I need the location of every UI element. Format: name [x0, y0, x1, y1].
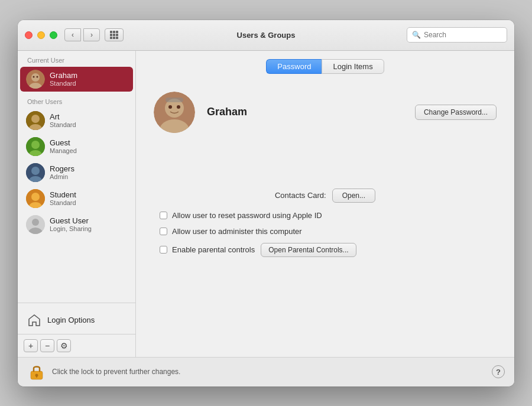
- avatar-guest: [26, 137, 45, 156]
- user-name-art: Art: [50, 112, 76, 121]
- lock-status-text: Click the lock to prevent further change…: [52, 368, 492, 376]
- checkbox-administer-label: Allow user to administer this computer: [172, 227, 302, 236]
- sidebar-item-guest[interactable]: Guest Managed: [20, 134, 133, 159]
- sidebar-divider: [18, 303, 135, 303]
- selected-user-name: Graham: [207, 106, 415, 118]
- help-button[interactable]: ?: [492, 365, 505, 378]
- svg-point-23: [168, 105, 172, 109]
- parental-controls-label: Enable parental controls: [172, 245, 255, 254]
- avatar-student: [26, 189, 45, 208]
- svg-point-12: [31, 167, 40, 175]
- sidebar-item-rogers[interactable]: Rogers Admin: [20, 160, 133, 185]
- search-box[interactable]: 🔍: [407, 27, 507, 43]
- content-panel: Graham Change Password... Contacts Card:…: [136, 80, 514, 357]
- svg-point-3: [33, 76, 35, 77]
- current-user-label: Current User: [18, 51, 135, 66]
- back-button[interactable]: ‹: [64, 28, 81, 41]
- user-info-student: Student Standard: [50, 190, 76, 206]
- change-password-button[interactable]: Change Password...: [415, 105, 497, 120]
- traffic-lights: [25, 31, 57, 39]
- user-role-art: Standard: [50, 121, 76, 128]
- user-name-graham: Graham: [50, 71, 77, 80]
- sidebar-item-art[interactable]: Art Standard: [20, 108, 133, 133]
- window-title: Users & Groups: [237, 31, 296, 40]
- add-user-button[interactable]: +: [24, 339, 38, 352]
- selected-user-avatar: [154, 92, 195, 133]
- other-users-label: Other Users: [18, 92, 135, 108]
- sidebar-item-student[interactable]: Student Standard: [20, 186, 133, 211]
- lock-icon: [30, 363, 44, 381]
- user-header: Graham Change Password...: [154, 92, 497, 133]
- contacts-card-label: Contacts Card:: [275, 191, 326, 200]
- checkbox-administer[interactable]: [160, 228, 167, 235]
- svg-point-6: [31, 115, 40, 123]
- user-name-guestuser: Guest User: [50, 216, 92, 225]
- svg-point-15: [31, 193, 40, 201]
- user-role-rogers: Admin: [50, 173, 74, 180]
- forward-button[interactable]: ›: [83, 28, 100, 41]
- tab-bar: Password Login Items: [136, 51, 514, 80]
- main-window: ‹ › Users & Groups 🔍 Current User: [18, 20, 514, 386]
- svg-point-18: [32, 219, 39, 226]
- sidebar: Current User Graham Standard: [18, 51, 136, 357]
- svg-point-1: [31, 73, 40, 82]
- tab-password[interactable]: Password: [266, 59, 322, 74]
- close-button[interactable]: [25, 31, 33, 39]
- open-contacts-button[interactable]: Open...: [332, 189, 375, 203]
- parental-controls-row: Enable parental controls Open Parental C…: [154, 243, 497, 257]
- checkbox-parental[interactable]: [160, 246, 167, 254]
- login-options-label: Login Options: [47, 316, 95, 324]
- sidebar-item-guestuser[interactable]: Guest User Login, Sharing: [20, 212, 133, 237]
- svg-point-9: [31, 141, 40, 149]
- lock-button[interactable]: [27, 362, 46, 381]
- search-input[interactable]: [424, 31, 502, 39]
- user-info-rogers: Rogers Admin: [50, 164, 74, 180]
- main-content: Password Login Items: [136, 51, 514, 357]
- nav-buttons: ‹ ›: [64, 28, 100, 41]
- svg-rect-25: [166, 98, 183, 102]
- user-name-rogers: Rogers: [50, 164, 74, 173]
- user-role-student: Standard: [50, 199, 76, 206]
- sidebar-toolbar: + − ⚙: [18, 334, 135, 357]
- sidebar-item-login-options[interactable]: Login Options: [20, 307, 133, 333]
- user-role-guest: Managed: [50, 147, 77, 154]
- house-icon: [26, 312, 43, 329]
- svg-point-24: [177, 105, 180, 109]
- checkbox-row-apple-id: Allow user to reset password using Apple…: [154, 211, 497, 220]
- avatar-art: [26, 111, 45, 130]
- tab-login-items[interactable]: Login Items: [322, 59, 384, 74]
- user-role-graham: Standard: [50, 80, 77, 87]
- svg-rect-28: [36, 375, 37, 378]
- user-info-guestuser: Guest User Login, Sharing: [50, 216, 92, 232]
- remove-user-button[interactable]: −: [40, 339, 54, 352]
- maximize-button[interactable]: [50, 31, 57, 39]
- avatar-guestuser: [26, 215, 45, 234]
- gear-button[interactable]: ⚙: [57, 339, 71, 352]
- sidebar-item-graham[interactable]: Graham Standard: [20, 67, 133, 92]
- user-info-graham: Graham Standard: [50, 71, 77, 87]
- grid-icon: [110, 31, 118, 39]
- user-name-student: Student: [50, 190, 76, 199]
- svg-point-4: [37, 76, 38, 77]
- window-body: Current User Graham Standard: [18, 51, 514, 357]
- contacts-card-row: Contacts Card: Open...: [154, 189, 497, 203]
- checkbox-row-administer: Allow user to administer this computer: [154, 227, 497, 236]
- user-info-art: Art Standard: [50, 112, 76, 128]
- user-role-guestuser: Login, Sharing: [50, 225, 92, 232]
- user-name-guest: Guest: [50, 138, 77, 147]
- grid-view-button[interactable]: [105, 28, 124, 41]
- search-icon: 🔍: [412, 31, 421, 39]
- minimize-button[interactable]: [37, 31, 45, 39]
- user-info-guest: Guest Managed: [50, 138, 77, 154]
- checkbox-apple-id-label: Allow user to reset password using Apple…: [172, 211, 322, 220]
- checkbox-apple-id[interactable]: [160, 212, 167, 219]
- open-parental-controls-button[interactable]: Open Parental Controls...: [261, 243, 356, 257]
- avatar-rogers: [26, 163, 45, 182]
- avatar-graham: [26, 70, 45, 89]
- bottom-bar: Click the lock to prevent further change…: [18, 357, 514, 386]
- titlebar: ‹ › Users & Groups 🔍: [18, 20, 514, 51]
